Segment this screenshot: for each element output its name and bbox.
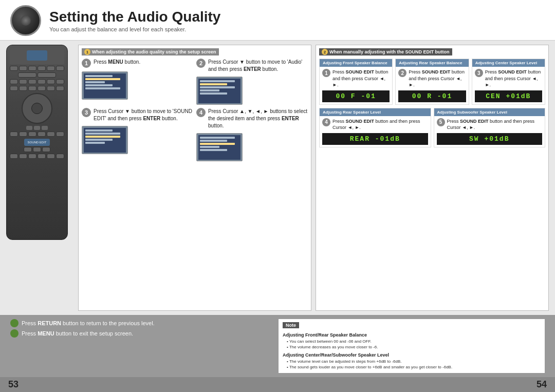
adj-center-display: CEN +01dB bbox=[475, 90, 542, 102]
remote-btn[interactable] bbox=[19, 154, 27, 159]
left-panel: SOUND EDIT bbox=[6, 45, 73, 311]
method1-badge-title: When adjusting the audio quality using t… bbox=[92, 49, 216, 54]
remote-btn[interactable] bbox=[38, 132, 46, 137]
adj-rear-balance-header: Adjusting Rear Speaker Balance bbox=[396, 59, 468, 67]
adj-front-stepnum: 1 bbox=[322, 69, 330, 77]
return-bold: RETURN bbox=[38, 320, 61, 326]
remote-btn[interactable] bbox=[47, 86, 55, 91]
remote-small-btn[interactable] bbox=[34, 126, 40, 130]
method2-badge: 2 When manually adjusting with the SOUND… bbox=[319, 48, 452, 55]
remote-btn[interactable] bbox=[56, 86, 64, 91]
adj-sub-stepnum: 5 bbox=[437, 118, 445, 126]
adj-center-level: Adjusting Center Speaker Level 3 Press S… bbox=[472, 59, 545, 105]
remote-btn[interactable] bbox=[56, 79, 64, 84]
adj-sub-level: Adjusting Subwoofer Speaker Level 5 Pres… bbox=[434, 108, 546, 147]
adj-rear-balance-steptext: Press SOUND EDIT button and then press C… bbox=[409, 69, 466, 88]
remote-btn[interactable] bbox=[10, 154, 18, 159]
remote-btn[interactable] bbox=[10, 132, 18, 137]
remote-btn[interactable] bbox=[28, 79, 36, 84]
green-dot-menu bbox=[10, 329, 18, 338]
remote-btn[interactable] bbox=[28, 86, 36, 91]
remote-btn[interactable] bbox=[19, 132, 27, 137]
adj-rear-balance-body: 2 Press SOUND EDIT button and then press… bbox=[396, 67, 468, 104]
step3-num: 3 bbox=[82, 108, 91, 117]
method2-bottom-row: Adjusting Rear Speaker Level 4 Press SOU… bbox=[319, 108, 545, 147]
page-container: Setting the Audio Quality You can adjust… bbox=[0, 0, 555, 392]
remote-btn[interactable] bbox=[47, 66, 55, 71]
adj-front-balance: Adjusting Front Speaker Balance 1 Press … bbox=[319, 59, 393, 105]
method1-badge-num: 1 bbox=[84, 49, 90, 55]
step4-block: 4 Press Cursor ▲, ▼, ◄, ► buttons to sel… bbox=[196, 108, 308, 161]
footer-right: Note Adjusting Front/Rear Speaker Balanc… bbox=[279, 319, 545, 373]
method2-title-bar: 2 When manually adjusting with the SOUND… bbox=[319, 48, 545, 55]
adj-sub-level-body: 5 Press SOUND EDIT button and then press… bbox=[434, 116, 545, 147]
remote-btn[interactable] bbox=[38, 154, 46, 159]
remote-btn[interactable] bbox=[10, 79, 18, 84]
header: Setting the Audio Quality You can adjust… bbox=[0, 0, 555, 41]
adj-front-balance-header: Adjusting Front Speaker Balance bbox=[320, 59, 392, 67]
remote-btn[interactable] bbox=[47, 132, 55, 137]
footer: Press RETURN button to return to the pre… bbox=[0, 315, 555, 377]
remote-btn[interactable] bbox=[10, 66, 18, 71]
remote-btn[interactable] bbox=[28, 154, 36, 159]
step4-num: 4 bbox=[196, 108, 206, 117]
method1-steps: 1 Press MENU button. bbox=[82, 59, 308, 105]
step4-image bbox=[196, 133, 243, 161]
remote-btn[interactable] bbox=[19, 79, 27, 84]
main-content: SOUND EDIT bbox=[0, 41, 555, 315]
adj-center-steptext: Press SOUND EDIT button and then press C… bbox=[485, 69, 542, 88]
right-panel: 1 When adjusting the audio quality using… bbox=[78, 45, 549, 311]
remote-btn[interactable] bbox=[47, 154, 55, 159]
remote-btn[interactable] bbox=[33, 147, 41, 152]
remote-btn-wide[interactable] bbox=[38, 72, 56, 78]
remote-btn[interactable] bbox=[28, 132, 36, 137]
step2-image bbox=[196, 77, 243, 105]
remote-btn[interactable] bbox=[38, 86, 46, 91]
page-numbers: 53 54 bbox=[0, 377, 555, 392]
remote-btn[interactable] bbox=[19, 66, 27, 71]
step3-block: 3 Press Cursor ▼ button to move to 'SOUN… bbox=[82, 108, 193, 161]
note-item-1-0: • You can select between 00 and -06 and … bbox=[287, 339, 541, 344]
return-btn-row: Press RETURN button to return to the pre… bbox=[10, 319, 268, 327]
adj-rear-balance: Adjusting Rear Speaker Balance 2 Press S… bbox=[395, 59, 469, 105]
adj-front-steptext: Press SOUND EDIT button and then press C… bbox=[332, 69, 390, 88]
speaker-icon bbox=[10, 5, 41, 36]
method1-steps-row2: 3 Press Cursor ▼ button to move to 'SOUN… bbox=[82, 108, 308, 161]
remote-btn[interactable] bbox=[24, 147, 32, 152]
adj-sub-steptext: Press SOUND EDIT button and then press C… bbox=[447, 118, 543, 131]
page-subtitle: You can adjust the balance and level for… bbox=[49, 26, 220, 32]
remote-btn[interactable] bbox=[28, 66, 36, 71]
step1-header: 1 Press MENU button. bbox=[82, 59, 193, 68]
remote-btn[interactable] bbox=[10, 86, 18, 91]
remote-btn[interactable] bbox=[56, 154, 64, 159]
method2-box: 2 When manually adjusting with the SOUND… bbox=[316, 45, 549, 311]
remote-btn[interactable] bbox=[56, 132, 64, 137]
remote-btn[interactable] bbox=[47, 79, 55, 84]
note-header: Note bbox=[283, 322, 299, 328]
green-dot-return bbox=[10, 319, 18, 327]
methods-row: 1 When adjusting the audio quality using… bbox=[78, 45, 549, 311]
adj-center-level-header: Adjusting Center Speaker Level bbox=[472, 59, 545, 67]
step2-num: 2 bbox=[196, 59, 206, 68]
method1-title-bar: 1 When adjusting the audio quality using… bbox=[82, 48, 308, 55]
adj-front-display: 00 F -01 bbox=[322, 90, 390, 102]
note-title-2: Adjusting Center/Rear/Subwoofer Speaker … bbox=[283, 352, 541, 358]
step1-num: 1 bbox=[82, 59, 91, 68]
remote-btn[interactable] bbox=[38, 66, 46, 71]
remote-nav-center[interactable] bbox=[31, 103, 43, 114]
step3-text: Press Cursor ▼ button to move to 'SOUND … bbox=[94, 108, 193, 122]
page-title: Setting the Audio Quality bbox=[49, 9, 220, 25]
remote-small-btn[interactable] bbox=[26, 126, 32, 130]
remote-nav[interactable] bbox=[22, 93, 52, 124]
remote-btn[interactable] bbox=[42, 147, 50, 152]
step3-image bbox=[82, 126, 128, 154]
note-item-2-0: • The volume level can be adjusted in st… bbox=[287, 359, 541, 364]
remote-btn-wide[interactable] bbox=[18, 72, 36, 78]
step1-text: Press MENU button. bbox=[94, 59, 140, 66]
remote-btn[interactable] bbox=[19, 86, 27, 91]
adj-rear-level: Adjusting Rear Speaker Level 4 Press SOU… bbox=[319, 108, 431, 147]
remote-small-btn[interactable] bbox=[42, 126, 48, 130]
remote-btn[interactable] bbox=[56, 66, 64, 71]
remote-btn[interactable] bbox=[38, 79, 46, 84]
adj-rear-level-header: Adjusting Rear Speaker Level bbox=[320, 108, 431, 116]
